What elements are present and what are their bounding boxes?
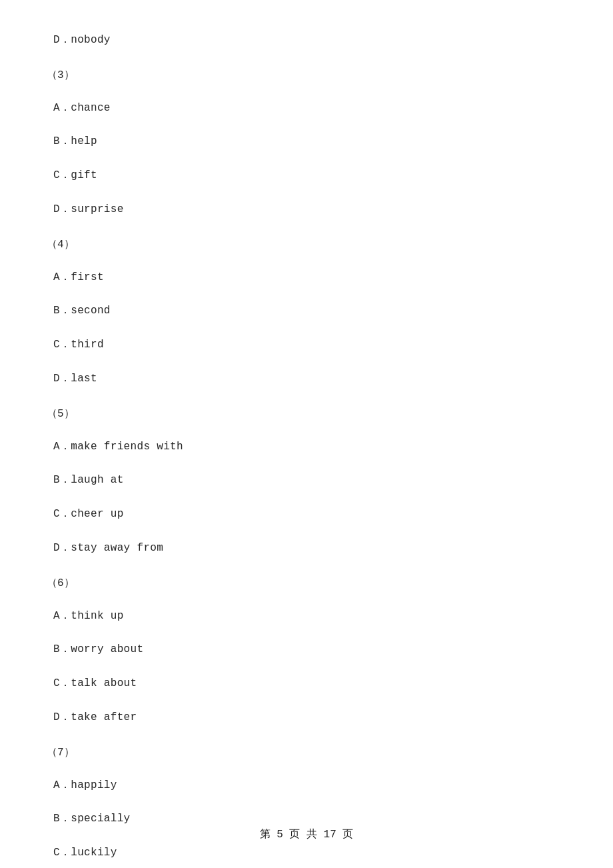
option-line-8: C．gift: [53, 166, 560, 185]
blank-line-33: [53, 596, 560, 603]
option-line-6: B．help: [53, 132, 560, 151]
blank-line-35: [53, 629, 560, 636]
option-line-30: D．stay away from: [53, 539, 560, 558]
blank-line-31: [53, 562, 560, 569]
blank-line-41: [53, 731, 560, 738]
option-line-10: D．surprise: [53, 200, 560, 219]
option-line-4: A．chance: [53, 99, 560, 118]
main-content: D．nobody（3）A．chanceB．helpC．giftD．surpris…: [53, 31, 560, 868]
option-line-48: C．luckily: [53, 843, 560, 863]
section-number-22: （5）: [47, 405, 560, 424]
option-line-44: A．happily: [53, 776, 560, 795]
blank-line-9: [53, 189, 560, 196]
section-number-42: （7）: [47, 743, 560, 763]
blank-line-37: [53, 663, 560, 670]
option-line-0: D．nobody: [53, 31, 560, 50]
option-line-34: A．think up: [53, 607, 560, 626]
blank-line-45: [53, 799, 560, 805]
blank-line-39: [53, 697, 560, 704]
option-line-16: B．second: [53, 301, 560, 321]
blank-line-27: [53, 494, 560, 501]
blank-line-19: [53, 359, 560, 365]
option-line-20: D．last: [53, 369, 560, 389]
blank-line-11: [53, 223, 560, 230]
option-line-36: B．worry about: [53, 640, 560, 659]
blank-line-29: [53, 528, 560, 535]
option-line-40: D．take after: [53, 708, 560, 727]
blank-line-5: [53, 121, 560, 128]
option-line-24: A．make friends with: [53, 437, 560, 457]
blank-line-23: [53, 427, 560, 433]
blank-line-25: [53, 460, 560, 467]
blank-line-15: [53, 291, 560, 297]
blank-line-43: [53, 765, 560, 772]
option-line-38: C．talk about: [53, 674, 560, 693]
option-line-28: C．cheer up: [53, 505, 560, 524]
blank-line-1: [53, 54, 560, 61]
option-line-18: C．third: [53, 335, 560, 355]
blank-line-21: [53, 393, 560, 399]
blank-line-3: [53, 88, 560, 95]
blank-line-7: [53, 155, 560, 162]
section-number-2: （3）: [47, 66, 560, 85]
option-line-14: A．first: [53, 268, 560, 287]
blank-line-13: [53, 257, 560, 264]
section-number-12: （4）: [47, 235, 560, 255]
page-footer: 第 5 页 共 17 页: [0, 827, 613, 841]
section-number-32: （6）: [47, 574, 560, 593]
option-line-46: B．specially: [53, 809, 560, 829]
page-number: 第 5 页 共 17 页: [260, 829, 354, 841]
blank-line-17: [53, 325, 560, 331]
option-line-26: B．laugh at: [53, 471, 560, 490]
